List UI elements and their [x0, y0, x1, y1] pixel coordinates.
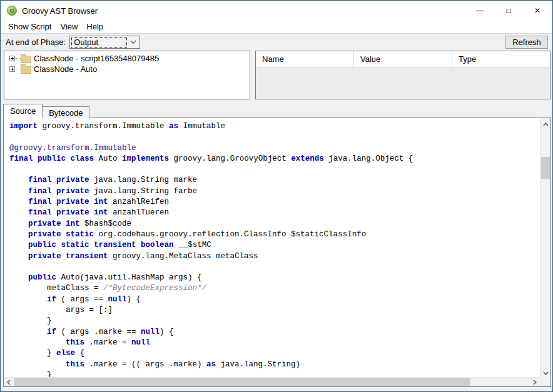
code-line: } [9, 316, 540, 327]
code-line [9, 165, 540, 176]
code-line: public static transient boolean __$stMC [9, 241, 540, 251]
code-line: this .marke = null [9, 338, 540, 349]
titlebar[interactable]: G Groovy AST Browser — □ ✕ [1, 1, 552, 20]
code-line: public Auto(java.util.HashMap args) { [9, 273, 540, 284]
code-line: metaClass = /*BytecodeExpression*/ [9, 284, 540, 294]
menu-view[interactable]: View [56, 21, 82, 33]
chevron-up-icon [543, 118, 549, 129]
code-line: args = [:] [9, 306, 540, 316]
code-line: final private int anzahlTueren [9, 208, 540, 219]
chevron-left-icon [7, 376, 11, 388]
tab-bytecode[interactable]: Bytecode [43, 106, 89, 118]
folder-icon [21, 56, 31, 63]
view-tabs: Source Bytecode [3, 104, 89, 118]
code-line: } [9, 371, 540, 377]
vertical-scrollbar-track[interactable] [540, 128, 550, 367]
horizontal-scrollbar-track[interactable] [14, 378, 530, 386]
scroll-left-button[interactable] [4, 378, 14, 386]
code-line: final private java.lang.String farbe [9, 187, 540, 198]
column-header-value[interactable]: Value [354, 51, 452, 67]
maximize-button[interactable]: □ [494, 1, 523, 20]
tree-connector [15, 58, 21, 59]
tree-node-label: ClassNode - Auto [34, 64, 97, 74]
phase-dropdown-value: Output [71, 37, 127, 48]
code-line: private static org.codehaus.groovy.refle… [9, 230, 540, 241]
chevron-down-icon[interactable] [127, 40, 140, 44]
phase-label: At end of Phase: [6, 38, 66, 47]
close-button[interactable]: ✕ [523, 1, 552, 20]
groovy-logo-icon: G [7, 6, 17, 16]
code-line: final private java.lang.String marke [9, 176, 540, 186]
expand-plus-icon[interactable] [9, 66, 15, 72]
properties-table-body [256, 68, 550, 99]
column-header-name[interactable]: Name [256, 51, 354, 67]
chevron-down-icon [543, 366, 549, 378]
code-line [9, 133, 540, 143]
window-controls: — □ ✕ [465, 1, 552, 20]
scrollbar-corner [540, 377, 550, 386]
tab-source[interactable]: Source [3, 104, 43, 118]
groovy-ast-browser-window: G Groovy AST Browser — □ ✕ Show Script V… [0, 0, 553, 392]
code-line: import groovy.transform.Immutable as Imm… [9, 122, 540, 133]
phase-dropdown[interactable]: Output [69, 36, 140, 49]
scroll-up-button[interactable] [540, 118, 550, 128]
properties-table-header: Name Value Type [256, 51, 550, 68]
horizontal-scrollbar[interactable] [4, 377, 540, 386]
menu-show-script[interactable]: Show Script [4, 21, 56, 33]
horizontal-scrollbar-thumb[interactable] [14, 378, 470, 386]
code-line: } else { [9, 349, 540, 359]
tree-connector [15, 69, 21, 69]
code-line: this .marke = (( args .marke) as java.la… [9, 360, 540, 371]
scroll-right-button[interactable] [530, 378, 540, 386]
code-line: private transient groovy.lang.MetaClass … [9, 252, 540, 263]
source-code[interactable]: import groovy.transform.Immutable as Imm… [4, 118, 540, 377]
properties-table: Name Value Type [255, 51, 550, 99]
code-line: private int $hash$code [9, 219, 540, 230]
minimize-button[interactable]: — [465, 1, 494, 20]
menu-help[interactable]: Help [82, 21, 108, 33]
chevron-right-icon [533, 376, 537, 388]
window-title: Groovy AST Browser [22, 6, 98, 16]
code-line: final private int anzahlReifen [9, 198, 540, 208]
vertical-scrollbar-thumb[interactable] [541, 157, 550, 179]
source-code-panel: import groovy.transform.Immutable as Imm… [3, 118, 551, 387]
toolbar: At end of Phase: Output Refresh [1, 33, 552, 50]
column-header-type[interactable]: Type [452, 51, 550, 67]
folder-icon [21, 66, 31, 74]
scroll-down-button[interactable] [540, 367, 550, 377]
menubar: Show Script View Help [1, 20, 552, 33]
tree-node-classnode-auto[interactable]: ClassNode - Auto [4, 64, 250, 74]
tree-node-label: ClassNode - script1653548079485 [34, 54, 159, 63]
ast-tree-panel: ClassNode - script1653548079485 ClassNod… [4, 51, 250, 99]
code-line: if ( args .marke == null) { [9, 328, 540, 338]
tree-node-classnode-script[interactable]: ClassNode - script1653548079485 [4, 53, 250, 64]
code-line [9, 263, 540, 273]
expand-plus-icon[interactable] [9, 56, 15, 61]
code-line: if ( args == null) { [9, 295, 540, 306]
code-line: @groovy.transform.Immutable [9, 144, 540, 154]
refresh-button[interactable]: Refresh [505, 36, 548, 49]
code-line: final public class Auto implements groov… [9, 154, 540, 165]
vertical-scrollbar[interactable] [540, 118, 550, 377]
